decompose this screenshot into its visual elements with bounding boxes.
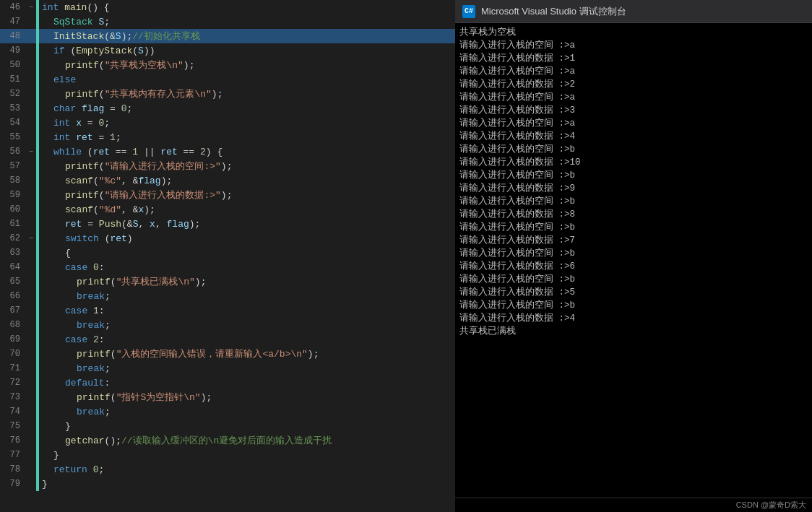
code-line: 75 } — [0, 419, 455, 433]
code-content: InitStack(&S);//初始化共享栈 — [39, 30, 200, 43]
code-content: break; — [39, 407, 111, 417]
line-number: 61 — [0, 219, 26, 229]
console-line: 请输入进行入栈的数据 :>4 — [459, 312, 808, 325]
fold-icon[interactable]: − — [26, 4, 36, 12]
console-line: 请输入进行入栈的数据 :>10 — [459, 156, 808, 169]
line-number: 47 — [0, 17, 26, 27]
console-line: 请输入进行入栈的空间 :>a — [459, 65, 808, 78]
line-number: 79 — [0, 479, 26, 489]
code-line: 64 case 0: — [0, 260, 455, 274]
code-line: 51 else — [0, 72, 455, 87]
line-number: 75 — [0, 421, 26, 431]
line-number: 58 — [0, 175, 26, 186]
code-content: char flag = 0; — [39, 103, 132, 114]
code-line: 72 default: — [0, 376, 455, 390]
code-line: 60 scanf("%d", &x); — [0, 202, 455, 217]
console-line: 请输入进行入栈的空间 :>b — [459, 273, 808, 286]
code-line: 66 break; — [0, 289, 455, 303]
console-line: 请输入进行入栈的空间 :>a — [459, 117, 808, 130]
console-line: 请输入进行入栈的空间 :>b — [459, 195, 808, 208]
console-line: 请输入进行入栈的空间 :>b — [459, 221, 808, 234]
code-line: 59 printf("请输入进行入栈的数据:>"); — [0, 188, 455, 202]
console-line: 请输入进行入栈的空间 :>b — [459, 169, 808, 182]
line-number: 55 — [0, 132, 26, 142]
code-content: int ret = 1; — [39, 132, 121, 143]
line-number: 73 — [0, 392, 26, 402]
line-number: 66 — [0, 291, 26, 301]
code-content: getchar();//读取输入缓冲区的\n避免对后面的输入造成干扰 — [39, 434, 332, 447]
code-line: 61 ret = Push(&S, x, flag); — [0, 217, 455, 231]
line-number: 76 — [0, 435, 26, 446]
console-line: 共享栈已满栈 — [459, 325, 808, 338]
code-line: 68 break; — [0, 318, 455, 332]
code-content: printf("请输入进行入栈的数据:>"); — [39, 188, 232, 201]
code-content: break; — [39, 291, 111, 302]
code-content: break; — [39, 363, 111, 374]
console-footer: CSDN @蒙奇D索大 — [455, 498, 812, 512]
line-number: 64 — [0, 262, 26, 272]
console-line: 请输入进行入栈的数据 :>6 — [459, 260, 808, 273]
line-number: 50 — [0, 60, 26, 70]
code-content: } — [39, 421, 71, 432]
code-content: printf("共享栈已满栈\n"); — [39, 275, 206, 288]
line-number: 57 — [0, 161, 26, 171]
code-content: ret = Push(&S, x, flag); — [39, 219, 200, 230]
line-number: 63 — [0, 248, 26, 258]
code-content: printf("请输入进行入栈的空间:>"); — [39, 160, 232, 173]
console-line: 请输入进行入栈的数据 :>2 — [459, 78, 808, 91]
code-content: printf("入栈的空间输入错误，请重新输入<a/b>\n"); — [39, 347, 319, 360]
console-line: 共享栈为空栈 — [459, 26, 808, 39]
code-content: case 1: — [39, 305, 105, 316]
code-content: printf("指针S为空指针\n"); — [39, 391, 212, 404]
console-line: 请输入进行入栈的空间 :>b — [459, 299, 808, 312]
console-line: 请输入进行入栈的数据 :>5 — [459, 286, 808, 299]
code-line: 56−while (ret == 1 || ret == 2) { — [0, 144, 455, 159]
code-line: 49 if (EmptyStack(S)) — [0, 43, 455, 58]
console-line: 请输入进行入栈的空间 :>b — [459, 143, 808, 156]
vs-icon: C# — [462, 5, 475, 18]
code-content: int main() { — [39, 2, 110, 13]
line-number: 77 — [0, 450, 26, 460]
line-number: 56 — [0, 147, 26, 157]
code-line: 79 } — [0, 477, 455, 491]
code-content: case 0: — [39, 262, 105, 273]
code-line: 69 case 2: — [0, 332, 455, 347]
line-number: 54 — [0, 118, 26, 128]
code-line: 54 int x = 0; — [0, 116, 455, 130]
line-number: 51 — [0, 74, 26, 84]
line-number: 62 — [0, 233, 26, 243]
fold-icon[interactable]: − — [26, 148, 36, 156]
code-line: 46−int main() { — [0, 0, 455, 14]
code-content: default: — [39, 378, 110, 389]
code-line: 73 printf("指针S为空指针\n"); — [0, 390, 455, 404]
line-number: 59 — [0, 190, 26, 200]
line-number: 52 — [0, 89, 26, 99]
code-content: break; — [39, 320, 111, 331]
code-line: 50 printf("共享栈为空栈\n"); — [0, 58, 455, 72]
console-line: 请输入进行入栈的空间 :>b — [459, 247, 808, 260]
line-number: 70 — [0, 349, 26, 359]
code-line: 65 printf("共享栈已满栈\n"); — [0, 274, 455, 289]
code-content: } — [39, 450, 59, 461]
code-line: 63 { — [0, 246, 455, 260]
fold-icon[interactable]: − — [26, 235, 36, 243]
code-line: 48 InitStack(&S);//初始化共享栈 — [0, 29, 455, 43]
line-number: 69 — [0, 334, 26, 344]
code-line: 53 char flag = 0; — [0, 101, 455, 116]
console-line: 请输入进行入栈的数据 :>1 — [459, 52, 808, 65]
code-editor: 46−int main() {47 SqStack S;48 InitStack… — [0, 0, 455, 512]
line-number: 72 — [0, 378, 26, 388]
console-line: 请输入进行入栈的空间 :>a — [459, 39, 808, 52]
code-content: if (EmptyStack(S)) — [39, 45, 155, 56]
code-content: } — [39, 479, 48, 490]
console-line: 请输入进行入栈的数据 :>4 — [459, 130, 808, 143]
code-content: SqStack S; — [39, 17, 110, 27]
console-line: 请输入进行入栈的数据 :>8 — [459, 208, 808, 221]
line-number: 60 — [0, 204, 26, 214]
code-content: return 0; — [39, 464, 104, 475]
console-body: 共享栈为空栈请输入进行入栈的空间 :>a请输入进行入栈的数据 :>1请输入进行入… — [455, 23, 812, 498]
line-number: 74 — [0, 407, 26, 417]
line-number: 68 — [0, 320, 26, 330]
code-content: int x = 0; — [39, 118, 110, 129]
line-number: 53 — [0, 103, 26, 113]
